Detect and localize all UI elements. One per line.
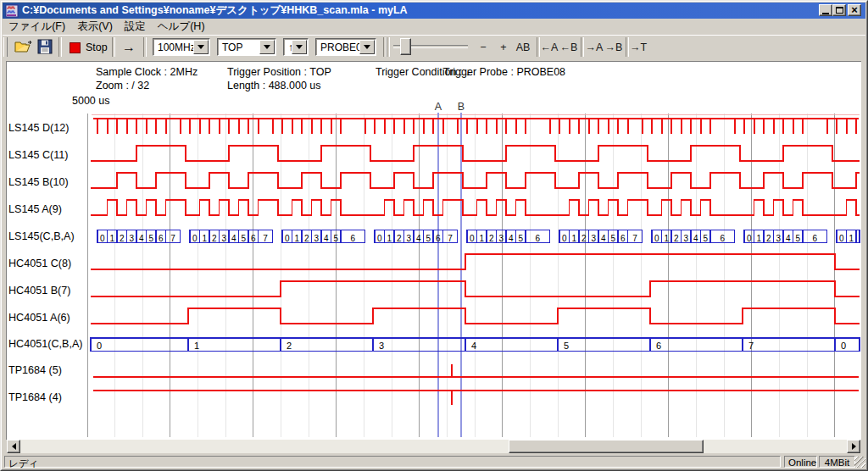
- svg-text:6: 6: [159, 234, 164, 243]
- svg-text:6: 6: [812, 234, 817, 243]
- status-bar: レディ Online 4MBit: [3, 455, 865, 468]
- svg-text:1: 1: [756, 234, 761, 243]
- svg-text:2: 2: [489, 234, 494, 243]
- status-message: レディ: [4, 456, 781, 468]
- svg-text:5: 5: [518, 234, 523, 243]
- svg-text:5: 5: [148, 234, 153, 243]
- svg-text:3: 3: [591, 234, 596, 243]
- svg-text:5: 5: [426, 234, 431, 243]
- svg-text:3: 3: [776, 234, 781, 243]
- svg-text:5: 5: [610, 234, 615, 243]
- scroll-right-button[interactable]: [847, 440, 860, 453]
- svg-text:1: 1: [571, 234, 576, 243]
- svg-text:2: 2: [212, 234, 217, 243]
- svg-text:2: 2: [304, 234, 309, 243]
- svg-text:7: 7: [632, 234, 637, 243]
- svg-text:6: 6: [620, 234, 626, 243]
- svg-text:2: 2: [674, 234, 679, 243]
- svg-text:5: 5: [564, 341, 569, 351]
- svg-text:4: 4: [416, 234, 421, 243]
- svg-text:7: 7: [748, 341, 754, 351]
- svg-text:4: 4: [471, 341, 476, 351]
- svg-text:7: 7: [448, 234, 453, 243]
- svg-text:3: 3: [379, 341, 384, 351]
- svg-text:B: B: [458, 101, 465, 113]
- svg-text:2: 2: [287, 341, 292, 351]
- svg-text:3: 3: [221, 234, 226, 243]
- svg-text:7: 7: [263, 234, 268, 243]
- svg-text:0: 0: [470, 234, 475, 243]
- svg-text:6: 6: [350, 234, 355, 243]
- svg-text:3: 3: [683, 234, 688, 243]
- svg-text:5: 5: [703, 234, 708, 243]
- svg-text:2: 2: [766, 234, 771, 243]
- svg-text:0: 0: [562, 234, 567, 243]
- svg-text:0: 0: [841, 341, 846, 351]
- svg-text:2: 2: [397, 234, 402, 243]
- svg-text:5: 5: [241, 234, 246, 243]
- svg-text:1: 1: [202, 234, 207, 243]
- horizontal-scrollbar[interactable]: [7, 440, 860, 453]
- svg-text:4: 4: [139, 234, 144, 243]
- svg-text:1: 1: [194, 341, 199, 351]
- svg-text:3: 3: [314, 234, 319, 243]
- svg-text:6: 6: [535, 234, 540, 243]
- status-online: Online: [784, 456, 817, 468]
- svg-text:0: 0: [654, 234, 659, 243]
- svg-text:0: 0: [100, 234, 105, 243]
- scroll-left-icon: [12, 443, 16, 450]
- resize-grip[interactable]: [854, 457, 865, 468]
- svg-text:0: 0: [192, 234, 198, 243]
- svg-text:6: 6: [436, 234, 441, 243]
- svg-text:2: 2: [581, 234, 587, 243]
- scrollbar-thumb[interactable]: [509, 440, 704, 453]
- svg-text:6: 6: [251, 234, 256, 243]
- svg-text:1: 1: [479, 234, 484, 243]
- svg-text:5: 5: [333, 234, 338, 243]
- svg-text:2: 2: [120, 234, 125, 243]
- svg-text:0: 0: [285, 234, 290, 243]
- scroll-right-icon: [852, 443, 856, 450]
- svg-text:4: 4: [324, 234, 329, 243]
- svg-text:A: A: [435, 101, 442, 113]
- svg-text:3: 3: [129, 234, 134, 243]
- svg-text:7: 7: [170, 234, 175, 243]
- svg-text:1: 1: [294, 234, 299, 243]
- svg-text:6: 6: [720, 234, 725, 243]
- svg-text:0: 0: [747, 234, 752, 243]
- svg-text:1: 1: [109, 234, 114, 243]
- svg-text:5: 5: [795, 234, 800, 243]
- svg-text:4: 4: [509, 234, 514, 243]
- svg-text:1: 1: [664, 234, 669, 243]
- svg-text:0: 0: [377, 234, 382, 243]
- waveform-canvas: AB01234567012345670123456012345670123456…: [0, 0, 868, 471]
- scroll-left-button[interactable]: [7, 440, 20, 453]
- svg-text:0: 0: [839, 234, 844, 243]
- svg-text:4: 4: [693, 234, 698, 243]
- svg-text:4: 4: [601, 234, 606, 243]
- timebase-gridlines: [87, 114, 860, 437]
- svg-text:4: 4: [786, 234, 791, 243]
- app-window: { "window": { "title": "C:¥Documents and…: [0, 0, 868, 471]
- svg-text:3: 3: [406, 234, 411, 243]
- svg-text:4: 4: [231, 234, 236, 243]
- svg-text:6: 6: [656, 341, 661, 351]
- svg-text:0: 0: [97, 341, 102, 351]
- svg-text:1: 1: [387, 234, 392, 243]
- svg-text:1: 1: [849, 234, 854, 243]
- status-memory: 4MBit: [819, 456, 855, 468]
- svg-text:3: 3: [498, 234, 504, 243]
